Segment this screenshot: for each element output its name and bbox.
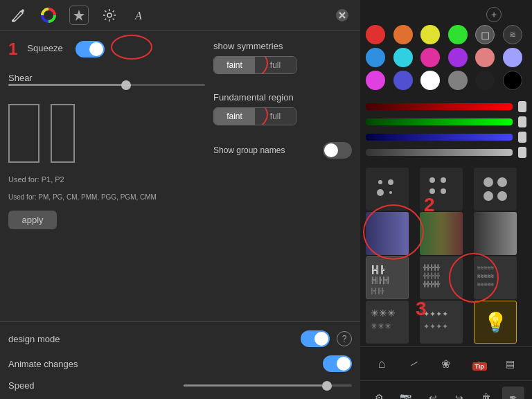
color-pink[interactable] <box>420 48 440 67</box>
red-slider-thumb[interactable] <box>518 101 526 112</box>
squeeze-row: 1 Squeeze <box>8 39 205 59</box>
squeeze-toggle[interactable] <box>76 41 105 57</box>
squeeze-toggle-knob <box>89 42 103 56</box>
color-light-pink[interactable] <box>475 48 495 67</box>
color-orange[interactable] <box>393 25 413 44</box>
green-slider-track[interactable] <box>366 118 513 125</box>
home-icon[interactable]: ⌂ <box>371 353 393 375</box>
speed-thumb[interactable] <box>322 381 332 391</box>
color-wheel-icon[interactable] <box>39 6 58 25</box>
shear-label: Shear <box>8 73 33 83</box>
grey-slider-track[interactable] <box>366 149 513 156</box>
texture-gradient-blue[interactable] <box>366 212 409 255</box>
redo-icon[interactable]: ↪ <box>448 387 470 399</box>
svg-text:✦✦✦✦: ✦✦✦✦ <box>423 322 448 330</box>
close-icon[interactable] <box>332 6 352 25</box>
text-icon[interactable]: A <box>130 6 150 25</box>
full-button[interactable]: full <box>255 57 296 73</box>
svg-point-10 <box>429 177 435 183</box>
svg-text:≋≋≋≋≋: ≋≋≋≋≋ <box>477 265 494 271</box>
texture-dots-large[interactable] <box>474 168 517 211</box>
right-column: show symmetries faint full Fundamental r… <box>213 39 352 313</box>
grey-slider-thumb[interactable] <box>518 147 526 158</box>
speed-row: Speed <box>8 380 352 391</box>
speed-label: Speed <box>8 380 177 391</box>
color-cyan-blue[interactable] <box>366 48 385 67</box>
animate-knob <box>337 357 351 371</box>
green-slider-thumb[interactable] <box>518 116 526 127</box>
shear-slider-thumb[interactable] <box>121 80 131 90</box>
svg-text:╬╬╬╬╬: ╬╬╬╬╬ <box>423 272 440 279</box>
settings-bottom-icon[interactable]: ⚙ <box>368 387 390 399</box>
settings-icon[interactable] <box>100 6 119 25</box>
color-purple[interactable] <box>448 48 468 67</box>
speed-slider-track[interactable] <box>184 384 352 387</box>
lightbulb-cell[interactable]: 💡 <box>474 301 517 344</box>
svg-point-0 <box>12 19 15 22</box>
svg-marker-2 <box>73 10 85 21</box>
shear-slider-track[interactable] <box>8 84 205 86</box>
faint-button[interactable]: faint <box>214 57 255 73</box>
add-color-icon[interactable]: + <box>486 7 502 22</box>
camera-icon[interactable]: 📷 <box>395 387 417 399</box>
blue-slider-track[interactable] <box>366 134 513 141</box>
animate-toggle[interactable] <box>323 355 352 372</box>
spray-btn[interactable]: ≋ <box>503 25 522 44</box>
flower-icon[interactable]: ❀ <box>435 353 457 375</box>
red-slider-track[interactable] <box>366 103 513 110</box>
show-symmetries-section: show symmetries faint full <box>213 39 352 74</box>
texture-gradient-multi[interactable] <box>420 212 463 255</box>
shapes-row <box>8 104 205 163</box>
svg-point-11 <box>441 177 446 183</box>
svg-point-13 <box>441 188 446 194</box>
color-green[interactable] <box>448 25 468 44</box>
color-red[interactable] <box>366 25 385 44</box>
color-yellow[interactable] <box>420 25 440 44</box>
tip-badge: Tip <box>472 362 487 371</box>
texture-star-pattern[interactable]: ✦✦✦✦✦✦✦✦ <box>420 301 463 344</box>
svg-point-12 <box>429 188 435 194</box>
blue-slider-thumb[interactable] <box>518 132 526 143</box>
texture-pattern-selected[interactable]: ╠╣╠╠╣╠╠╣╠╣╠╠ <box>366 256 409 299</box>
color-near-black[interactable] <box>475 71 495 90</box>
brush-small-icon[interactable]: / <box>398 348 429 379</box>
svg-text:╠╣╠╠: ╠╣╠╠ <box>371 287 384 294</box>
color-periwinkle[interactable] <box>503 48 522 67</box>
color-black[interactable] <box>503 71 522 90</box>
color-magenta[interactable] <box>366 71 385 90</box>
texture-grid: ╠╣╠╠╣╠╠╣╠╣╠╠ ╬╬╬╬╬╬╬╬╬╬╬╬╬╬╬ ≋≋≋≋≋≋≋≋≋≋≋… <box>360 165 532 346</box>
symmetries-btn-group: faint full <box>213 56 296 74</box>
shear-section: Shear <box>8 71 205 91</box>
star-icon[interactable] <box>69 6 89 25</box>
group-names-toggle[interactable] <box>323 142 352 159</box>
tip-wrap: 🔺 Tip <box>472 358 484 369</box>
pen-active-icon[interactable]: ✒ <box>502 387 524 399</box>
color-white[interactable] <box>420 71 440 90</box>
bottom-section: design mode ? Animate changes Speed <box>0 321 360 399</box>
color-blue-dark[interactable] <box>393 71 413 90</box>
right-sidebar-wrapper: + ◻ ≋ <box>360 0 532 399</box>
texture-asterisk[interactable]: ✳✳✳✳✳✳ <box>366 301 409 344</box>
layers-icon[interactable]: ▤ <box>499 353 522 375</box>
texture-dots-small[interactable] <box>366 168 409 211</box>
texture-gradient-grey[interactable] <box>474 212 517 255</box>
show-group-names-label: Show group names <box>213 145 316 155</box>
eraser-btn[interactable]: ◻ <box>475 25 495 44</box>
trash-icon[interactable]: 🗑 <box>475 387 497 399</box>
faint2-button[interactable]: faint <box>214 108 255 125</box>
texture-pattern-2[interactable]: ╬╬╬╬╬╬╬╬╬╬╬╬╬╬╬ <box>420 256 463 299</box>
brush-icon[interactable] <box>8 6 28 25</box>
tip-icon[interactable]: 🔺 Tip <box>467 353 489 375</box>
help-icon[interactable]: ? <box>337 331 352 346</box>
texture-pattern-3[interactable]: ≋≋≋≋≋≋≋≋≋≋≋≋≋≋≋ <box>474 256 517 299</box>
full2-button[interactable]: full <box>255 108 296 125</box>
svg-text:╬╬╬╬╬: ╬╬╬╬╬ <box>423 281 440 287</box>
texture-dots-medium[interactable] <box>420 168 463 211</box>
color-cyan[interactable] <box>393 48 413 67</box>
apply-button[interactable]: apply <box>8 211 57 229</box>
color-grey[interactable] <box>448 71 468 90</box>
design-mode-toggle[interactable] <box>301 330 330 347</box>
squeeze-label: Squeeze <box>27 43 62 53</box>
undo-icon[interactable]: ↩ <box>422 387 444 399</box>
animate-changes-row: Animate changes <box>8 355 352 372</box>
